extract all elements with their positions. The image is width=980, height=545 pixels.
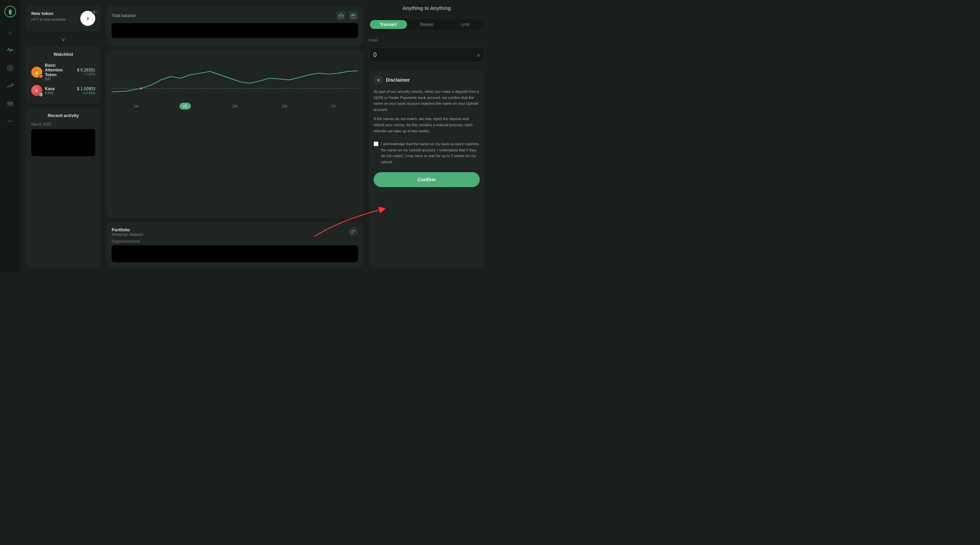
sidebar: ⌂ (0, 0, 21, 272)
new-token-title: New token (31, 11, 66, 16)
crypto-label: Cryptocurrencies (111, 239, 358, 243)
watchlist-card: Watchlist ▲ Basic Attention Token BAT $ (26, 46, 101, 103)
portfolio-card: Portfolio Sorted by: Balance Cryptocurre… (106, 222, 363, 267)
disclaimer-para2: If the names do not match, we may reject… (374, 116, 480, 134)
panel-title: Anything to Anything (369, 5, 485, 11)
recent-activity-card: Recent activity Nov 8, 2022 (26, 108, 101, 267)
total-balance-card: Total balance (106, 5, 363, 46)
bat-change: +7.97% (77, 73, 95, 76)
right-panel: Anything to Anything Transact Repeat Lim… (369, 5, 485, 267)
disclaimer-divider (374, 137, 480, 138)
recent-activity-title: Recent activity (31, 113, 95, 118)
activity-block (31, 129, 95, 156)
balance-header: Total balance (111, 11, 358, 21)
svg-point-6 (8, 102, 9, 104)
new-token-subtitle: HFT is now available (31, 17, 66, 21)
kava-name: Kava (45, 86, 75, 91)
portfolio-title: Portfolio (111, 227, 143, 232)
time-btn-1d[interactable]: 1D (179, 103, 191, 110)
svg-point-5 (9, 102, 11, 104)
dropdown-arrow-icon[interactable]: ∨ (477, 52, 480, 58)
disclaimer-title: Disclaimer (386, 77, 410, 83)
sidebar-icon-activity[interactable] (5, 45, 16, 56)
sidebar-icon-users[interactable] (5, 98, 16, 109)
bat-avatar: ▲ (31, 67, 42, 78)
chart-card: 1H 1D 1W 1M 1Y (106, 50, 363, 218)
activity-date: Nov 8, 2022 (31, 122, 95, 126)
tab-limit[interactable]: Limit (447, 20, 484, 29)
svg-point-7 (11, 102, 13, 104)
svg-point-8 (8, 121, 9, 122)
bat-name: Basic Attention Token (45, 63, 75, 77)
watchlist-title: Watchlist (31, 52, 95, 57)
from-value: 0 (373, 51, 377, 59)
kava-price: $ 1.00903 (77, 86, 95, 91)
svg-point-10 (11, 121, 13, 122)
bat-info: Basic Attention Token BAT (45, 63, 75, 81)
kava-change: +14.49% (77, 91, 95, 95)
gift-icon-button[interactable] (348, 11, 358, 21)
svg-marker-18 (339, 13, 343, 15)
time-btn-1y[interactable]: 1Y (328, 103, 339, 110)
confirm-button[interactable]: Confirm (374, 172, 480, 187)
acknowledge-checkbox[interactable] (374, 141, 379, 146)
time-button-group: 1H 1D 1W 1M 1Y (111, 103, 358, 110)
logo (4, 5, 16, 18)
crypto-list-block (111, 245, 358, 262)
svg-text:K: K (35, 89, 38, 93)
from-label: From (369, 38, 485, 42)
tab-transact[interactable]: Transact (370, 20, 407, 29)
checkbox-row: I acknowledge that the name on my bank a… (374, 141, 480, 165)
disclaimer-para1: As part of our security checks, when you… (374, 89, 480, 113)
time-btn-1m[interactable]: 1M (278, 103, 290, 110)
sidebar-icon-trending[interactable] (5, 80, 16, 91)
sidebar-icon-ledger[interactable] (5, 63, 16, 73)
bank-icon-button[interactable] (336, 11, 346, 21)
hft-token-icon: # (80, 11, 95, 26)
bat-price: $ 0.26351 (77, 68, 95, 73)
portfolio-title-group: Portfolio Sorted by: Balance (111, 227, 143, 237)
time-btn-1h[interactable]: 1H (130, 103, 142, 110)
watchlist-item-kava[interactable]: K K Kava KAVA $ 1.00903 +14.49% (31, 83, 95, 98)
watchlist-item-bat[interactable]: ▲ Basic Attention Token BAT $ 0.26351 +7… (31, 61, 95, 83)
bat-symbol: BAT (45, 77, 75, 81)
center-column: Total balance (106, 5, 363, 267)
kava-symbol: KAVA (45, 91, 75, 95)
kava-info: Kava KAVA (45, 86, 75, 95)
svg-text:#: # (87, 16, 89, 21)
sidebar-icon-home[interactable]: ⌂ (5, 27, 16, 38)
checkbox-label: I acknowledge that the name on my bank a… (381, 141, 480, 165)
balance-icon-group (336, 11, 358, 21)
sort-icon-button[interactable] (348, 227, 358, 237)
left-column: × New token HFT is now available # ∨ Wat… (26, 5, 101, 267)
kava-avatar: K K (31, 85, 42, 96)
disclaimer-header: ∨ Disclaimer (374, 75, 480, 85)
sidebar-icon-more[interactable] (5, 116, 16, 127)
portfolio-sort: Sorted by: Balance (111, 232, 143, 237)
balance-label: Total balance (111, 13, 136, 18)
from-field[interactable]: 0 ∨ (369, 48, 485, 62)
kava-price-block: $ 1.00903 +14.49% (77, 86, 95, 95)
main-content: × New token HFT is now available # ∨ Wat… (21, 0, 490, 272)
time-btn-1w[interactable]: 1W (228, 103, 241, 110)
disclaimer-collapse-button[interactable]: ∨ (374, 75, 383, 85)
portfolio-header: Portfolio Sorted by: Balance (111, 227, 358, 237)
tab-row: Transact Repeat Limit (369, 19, 485, 30)
new-token-info: New token HFT is now available (31, 11, 66, 21)
bat-price-block: $ 0.26351 +7.97% (77, 68, 95, 76)
expand-chevron[interactable]: ∨ (26, 37, 101, 42)
tab-repeat[interactable]: Repeat (408, 20, 445, 29)
svg-point-9 (10, 121, 11, 122)
balance-amount (111, 23, 358, 38)
disclaimer-box: ∨ Disclaimer As part of our security che… (369, 70, 485, 267)
svg-text:▲: ▲ (35, 70, 39, 75)
price-chart (111, 54, 358, 99)
new-token-card: × New token HFT is now available # (26, 5, 101, 31)
